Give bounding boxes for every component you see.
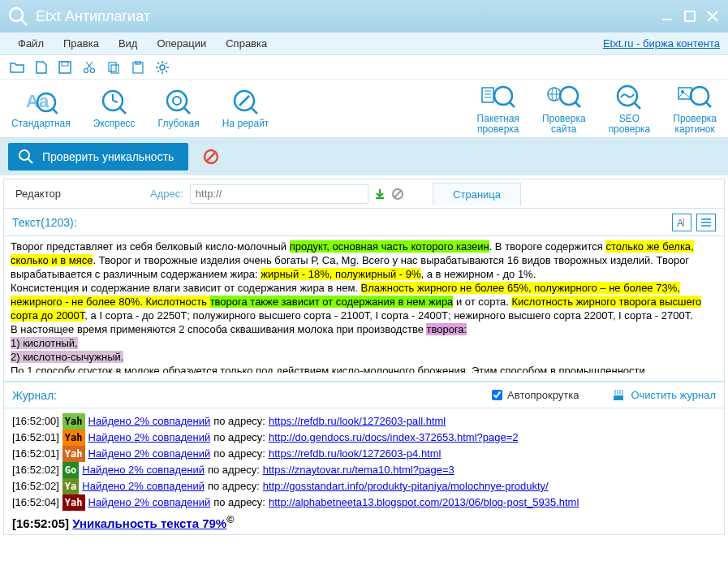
uniqueness-result: [16:52:05] Уникальность текста 79%© <box>12 514 716 531</box>
log-timestamp: [16:52:02] <box>12 462 59 478</box>
svg-point-47 <box>560 87 578 105</box>
menu-help[interactable]: Справка <box>216 34 277 53</box>
menu-edit[interactable]: Правка <box>54 34 109 53</box>
svg-point-9 <box>91 68 95 72</box>
svg-line-37 <box>252 108 257 114</box>
autoscroll-checkbox[interactable]: Автопрокрутка <box>492 389 579 401</box>
log-url[interactable]: https://znaytovar.ru/tema10.html?page=3 <box>263 462 454 478</box>
svg-point-42 <box>494 87 512 105</box>
svg-line-24 <box>157 71 159 72</box>
svg-line-48 <box>575 102 580 107</box>
menu-view[interactable]: Вид <box>109 34 148 53</box>
text-editor[interactable]: Творог представляет из себя белковый кис… <box>4 236 724 373</box>
svg-line-27 <box>53 109 58 114</box>
go-icon[interactable] <box>373 188 386 201</box>
maximize-button[interactable] <box>681 7 699 25</box>
svg-point-16 <box>160 65 165 70</box>
svg-text:A: A <box>677 218 683 228</box>
open-icon[interactable] <box>10 61 24 74</box>
svg-rect-38 <box>482 88 493 102</box>
match-link[interactable]: Найдено 2% совпадений <box>88 430 211 446</box>
lines-icon[interactable] <box>696 214 716 231</box>
match-link[interactable]: Найдено 2% совпадений <box>88 413 211 430</box>
log-url[interactable]: http://gosstandart.info/produkty-pitaniy… <box>263 478 549 494</box>
tool-site[interactable]: Проверкасайта <box>542 83 586 135</box>
uniqueness-link[interactable]: Уникальность текста 79% <box>72 516 226 530</box>
close-button[interactable] <box>704 7 722 25</box>
log-url[interactable]: http://alphabetneeta13.blogspot.com/2013… <box>269 494 579 511</box>
svg-line-61 <box>394 191 401 197</box>
cancel-icon[interactable] <box>203 149 219 165</box>
svg-line-21 <box>157 63 159 64</box>
match-link[interactable]: Найдено 2% совпадений <box>82 478 205 494</box>
large-toolbar: Aa Стандартная Экспресс Глубокая На рера… <box>0 80 728 138</box>
log-row: [16:52:01] Yah Найдено 2% совпадений по … <box>12 430 716 446</box>
engine-badge: Ya <box>62 478 79 494</box>
log-row: [16:52:04] Yah Найдено 2% совпадений по … <box>12 494 716 511</box>
match-link[interactable]: Найдено 2% совпадений <box>82 462 205 478</box>
tool-batch-label: Пакетнаяпроверка <box>477 114 519 135</box>
settings-icon[interactable] <box>156 61 169 74</box>
log-row: [16:52:02] Ya Найдено 2% совпадений по а… <box>12 478 716 494</box>
svg-line-1 <box>21 19 27 25</box>
svg-line-34 <box>184 108 190 114</box>
small-toolbar <box>0 55 728 80</box>
svg-point-53 <box>691 87 709 105</box>
engine-badge: Yah <box>62 430 85 446</box>
engine-badge: Yah <box>62 413 85 430</box>
match-link[interactable]: Найдено 2% совпадений <box>88 494 211 511</box>
log-header: Журнал: Автопрокрутка Очистить журнал <box>4 381 724 408</box>
format-icon[interactable]: A <box>672 214 691 231</box>
svg-rect-12 <box>109 63 116 71</box>
tool-images[interactable]: Проверкакартинок <box>673 83 717 135</box>
match-link[interactable]: Найдено 2% совпадений <box>88 446 211 462</box>
minimize-button[interactable] <box>658 7 676 25</box>
log-label: Журнал: <box>12 389 57 402</box>
block-icon[interactable] <box>391 188 404 201</box>
log-timestamp: [16:52:02] <box>12 478 59 494</box>
tool-express[interactable]: Экспресс <box>93 88 136 129</box>
log-url[interactable]: https://refdb.ru/look/1272603-p4.html <box>269 446 441 462</box>
menu-file[interactable]: Файл <box>8 34 54 53</box>
text-header: Текст(1203): A <box>4 209 724 236</box>
svg-line-11 <box>86 62 92 69</box>
paste-icon[interactable] <box>131 61 144 74</box>
engine-badge: Yah <box>62 494 85 511</box>
address-input[interactable] <box>190 184 368 204</box>
svg-line-36 <box>239 96 249 106</box>
log-timestamp: [16:52:01] <box>12 446 59 462</box>
menu-bar: Файл Правка Вид Операции Справка Etxt.ru… <box>0 32 728 55</box>
save-icon[interactable] <box>58 61 71 74</box>
svg-line-30 <box>113 101 118 102</box>
svg-line-50 <box>635 103 640 109</box>
tool-seo[interactable]: SEOпроверка <box>609 83 651 135</box>
svg-point-55 <box>19 150 29 160</box>
text-label: Текст(1203): <box>12 216 77 229</box>
tool-batch[interactable]: Пакетнаяпроверка <box>477 83 519 135</box>
tool-standard[interactable]: Aa Стандартная <box>11 88 71 129</box>
tool-rewrite[interactable]: На рерайт <box>222 88 269 129</box>
log-body[interactable]: [16:52:00] Yah Найдено 2% совпадений по … <box>4 408 724 534</box>
tool-seo-label: SEOпроверка <box>609 114 651 135</box>
log-row: [16:52:01] Yah Найдено 2% совпадений по … <box>12 446 716 462</box>
tool-deep[interactable]: Глубокая <box>158 88 200 129</box>
cut-icon[interactable] <box>83 61 96 74</box>
svg-line-43 <box>510 102 515 107</box>
new-doc-icon[interactable] <box>36 61 47 74</box>
app-logo <box>6 5 29 28</box>
log-row: [16:52:00] Yah Найдено 2% совпадений по … <box>12 413 716 430</box>
editor-panel: Редактор Адрес: Страница Текст(1203): A … <box>3 179 725 535</box>
svg-point-32 <box>167 91 187 110</box>
tool-site-label: Проверкасайта <box>542 114 586 135</box>
log-url[interactable]: https://refdb.ru/look/1272603-pall.html <box>269 413 446 430</box>
menu-operations[interactable]: Операции <box>147 34 216 53</box>
copy-icon[interactable] <box>107 61 120 74</box>
svg-line-22 <box>166 71 167 72</box>
clear-log-button[interactable]: Очистить журнал <box>611 389 716 402</box>
log-url[interactable]: http://do.gendocs.ru/docs/index-372653.h… <box>269 430 519 446</box>
engine-badge: Go <box>62 462 79 478</box>
check-button[interactable]: Проверить уникальность <box>8 143 188 171</box>
page-tab[interactable]: Страница <box>433 183 521 205</box>
etxt-link[interactable]: Etxt.ru - биржа контента <box>603 37 720 50</box>
log-timestamp: [16:52:04] <box>12 494 59 511</box>
